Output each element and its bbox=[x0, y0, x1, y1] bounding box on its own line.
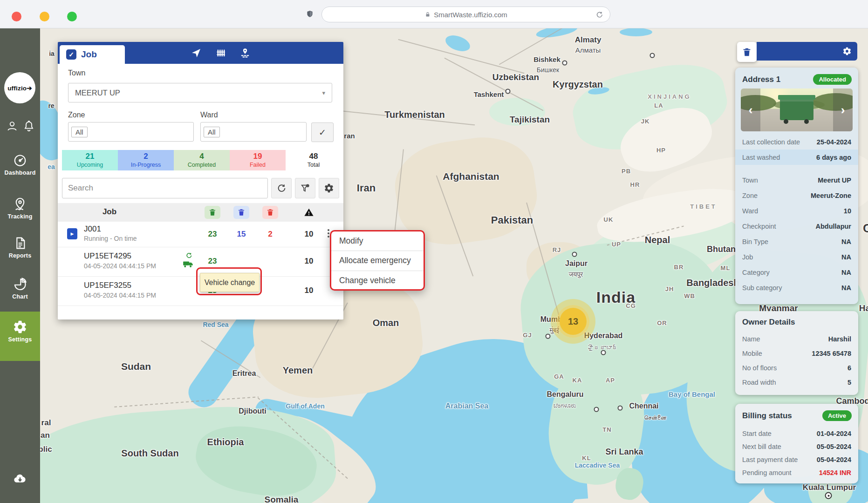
map-label-turkmenistan: Turkmenistan bbox=[384, 109, 445, 120]
map-label-ga: GA bbox=[554, 373, 564, 380]
blue-bin-icon bbox=[233, 206, 249, 219]
detail-value: 05-04-2024 bbox=[817, 456, 851, 463]
map-label-алматы: Алматы bbox=[575, 46, 601, 54]
window-close-button[interactable] bbox=[12, 12, 21, 21]
red-bin-icon bbox=[262, 206, 278, 219]
map-label-jk: JK bbox=[641, 118, 650, 125]
refresh-button[interactable] bbox=[271, 178, 292, 198]
detail-row: Road width5 bbox=[735, 375, 858, 389]
status-summary: 21Upcoming2In-Progress4Completed19Failed… bbox=[62, 150, 342, 170]
vehicle-change-icon[interactable] bbox=[182, 252, 196, 268]
stat-total[interactable]: 48Total bbox=[286, 150, 342, 170]
user-icon[interactable] bbox=[6, 120, 19, 133]
sidebar-item-label: Settings bbox=[0, 336, 40, 343]
map-label-ka: KA bbox=[573, 377, 582, 384]
tab-fence-icon[interactable] bbox=[215, 48, 226, 59]
sidebar-item-tracking[interactable]: Tracking bbox=[0, 197, 40, 220]
zone-input[interactable]: All bbox=[68, 122, 194, 142]
billing-status-card: Billing status Active Start date01-04-20… bbox=[735, 404, 858, 483]
stat-completed[interactable]: 4Completed bbox=[174, 150, 230, 170]
tab-checkpoint-icon[interactable] bbox=[239, 48, 251, 59]
detail-label: Town bbox=[742, 177, 758, 184]
gear-icon[interactable] bbox=[842, 47, 852, 56]
reload-icon[interactable] bbox=[595, 11, 603, 19]
window-zoom-button[interactable] bbox=[67, 12, 77, 21]
address-card: Address 1 Allocated ‹ › Last collection … bbox=[735, 68, 858, 304]
address-bar[interactable]: SmartWaste.uffizio.com bbox=[321, 7, 610, 22]
map-label-pb: PB bbox=[622, 168, 631, 175]
zone-chip[interactable]: All bbox=[71, 127, 88, 137]
map-label-tajikistan: Tajikistan bbox=[510, 115, 550, 125]
row-subtitle: 04-05-2024 04:44:15 PM bbox=[84, 262, 156, 270]
carousel-prev-button[interactable]: ‹ bbox=[741, 88, 760, 131]
menu-item-modify[interactable]: Modify bbox=[331, 231, 424, 251]
detail-row: CheckpointAbdullapur bbox=[735, 218, 858, 234]
stat-value: 48 bbox=[286, 152, 342, 161]
town-select[interactable]: MEERUT UP ▾ bbox=[68, 83, 332, 102]
map-label-iran: Iran bbox=[357, 182, 376, 194]
menu-item-change-vehicle[interactable]: Change vehicle bbox=[331, 271, 424, 290]
detail-value: 25-04-2024 bbox=[817, 138, 851, 146]
map-label-red-sea: Red Sea bbox=[203, 321, 228, 328]
detail-label: Pending amount bbox=[742, 469, 792, 476]
settings-button[interactable] bbox=[319, 178, 339, 198]
detail-row: Last collection date25-04-2024 bbox=[735, 134, 858, 150]
apply-filter-button[interactable]: ✓ bbox=[311, 122, 334, 142]
detail-label: Sub category bbox=[742, 284, 782, 292]
ward-chip[interactable]: All bbox=[204, 127, 220, 137]
search-input[interactable] bbox=[62, 178, 268, 198]
map-label-bay-of-bengal: Bay of Bengal bbox=[669, 390, 715, 398]
row-title: J001 bbox=[84, 224, 101, 234]
count-black: 10 bbox=[305, 286, 314, 295]
menu-item-allocate-emergency[interactable]: Allocate emergency bbox=[331, 251, 424, 270]
sidebar-item-chart[interactable]: Chart bbox=[0, 277, 40, 300]
detail-row: TownMeerut UP bbox=[735, 172, 858, 188]
active-badge: Active bbox=[822, 410, 852, 421]
sidebar-item-reports[interactable]: Reports bbox=[0, 236, 40, 259]
sidebar-item-label: Dashboard bbox=[0, 170, 40, 176]
sidebar-item-settings[interactable]: Settings bbox=[0, 312, 40, 361]
shield-icon[interactable] bbox=[306, 10, 314, 19]
ward-input[interactable]: All bbox=[200, 122, 307, 142]
sidebar-item-label: Reports bbox=[0, 252, 40, 259]
map-label-சென்னை: சென்னை bbox=[644, 414, 666, 421]
bell-icon[interactable] bbox=[22, 120, 35, 133]
window-minimize-button[interactable] bbox=[40, 12, 49, 21]
row-context-menu: ModifyAllocate emergencyChange vehicle bbox=[330, 230, 425, 291]
tab-navigation-icon[interactable] bbox=[191, 48, 202, 59]
detail-label: Bin Type bbox=[742, 238, 768, 245]
map-label-tn: TN bbox=[602, 426, 611, 433]
tab-job[interactable]: ✓ Job bbox=[60, 45, 125, 64]
stat-upcoming[interactable]: 21Upcoming bbox=[62, 150, 118, 170]
map-label-sudan: Sudan bbox=[121, 361, 151, 372]
table-row[interactable]: J001Running - On time▶2315210 bbox=[58, 222, 343, 247]
map-label-chennai: Chennai bbox=[629, 402, 658, 410]
map-cluster-marker[interactable]: 13 bbox=[560, 308, 587, 335]
map-label-bishkek: Bishkek bbox=[533, 55, 560, 63]
bin-tab[interactable] bbox=[737, 42, 757, 62]
detail-value: 01-04-2024 bbox=[817, 430, 851, 437]
map-label-cg: CG bbox=[626, 302, 636, 309]
map-label-pakistan: Pakistan bbox=[491, 214, 533, 226]
map-label-djibouti: Djibouti bbox=[239, 407, 267, 415]
stat-in-progress[interactable]: 2In-Progress bbox=[118, 150, 174, 170]
stat-failed[interactable]: 19Failed bbox=[230, 150, 286, 170]
carousel-next-button[interactable]: › bbox=[833, 88, 853, 131]
detail-value: 6 bbox=[847, 364, 851, 372]
detail-label: Job bbox=[742, 253, 753, 261]
detail-value: Meerut-Zone bbox=[811, 192, 851, 199]
city-dot bbox=[601, 350, 606, 355]
cloud-download-icon[interactable] bbox=[13, 471, 27, 483]
detail-value: Meerut UP bbox=[818, 177, 851, 184]
detail-label: Last washed bbox=[742, 154, 780, 161]
map-label-almaty: Almaty bbox=[575, 35, 601, 45]
filter-button[interactable] bbox=[295, 178, 315, 198]
detail-value: 12345 65478 bbox=[812, 350, 851, 357]
sidebar-item-dashboard[interactable]: Dashboard bbox=[0, 153, 40, 176]
detail-row: Last washed6 days ago bbox=[735, 150, 858, 165]
gear-icon bbox=[13, 319, 27, 334]
map-label-hp: HP bbox=[656, 147, 666, 154]
detail-row: Start date01-04-2024 bbox=[735, 427, 858, 440]
town-label: Town bbox=[68, 69, 85, 77]
billing-card-title: Billing status bbox=[742, 411, 792, 421]
